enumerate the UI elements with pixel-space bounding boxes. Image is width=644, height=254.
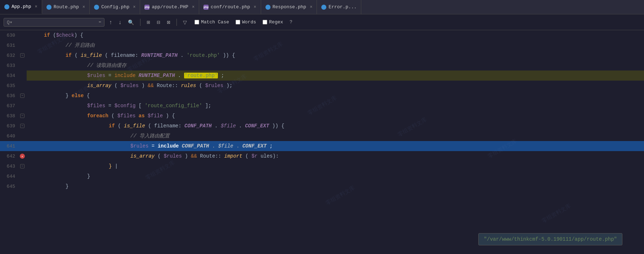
error-icon-642	[20, 154, 25, 159]
line-num-639: 639	[0, 121, 18, 131]
search-more-button[interactable]: ⊠	[165, 19, 172, 26]
words-option[interactable]: Words	[236, 19, 256, 25]
words-checkbox[interactable]	[236, 20, 240, 24]
search-filter-button[interactable]: ▽	[181, 19, 189, 26]
tab-config-php[interactable]: Config.php ×	[90, 0, 140, 14]
tab-icon-response-php	[265, 5, 270, 10]
tooltip-text: "/var/www/thinkcmf-5.0.190111/app/route.…	[484, 236, 617, 242]
code-line-630: if ($check) {	[27, 30, 644, 40]
match-case-option[interactable]: Match Case	[194, 19, 229, 25]
icon-634	[18, 71, 27, 81]
code-643: } |	[109, 161, 118, 171]
tab-label-config-php: Config.php	[101, 4, 129, 10]
search-replace-button[interactable]: ⊞	[145, 19, 152, 26]
search-prefix: Q▾	[7, 19, 13, 25]
tab-close-app-route-php[interactable]: ×	[192, 5, 194, 10]
search-up-button[interactable]: ↑	[107, 18, 114, 26]
code-641: $rules = include CONF_PATH . $file . CON…	[130, 141, 273, 151]
search-down-button[interactable]: ↓	[117, 18, 123, 26]
code-line-640: // 导入路由配置	[27, 131, 644, 141]
match-case-checkbox[interactable]	[194, 20, 199, 24]
tab-close-conf-route-php[interactable]: ×	[254, 5, 256, 10]
tab-close-config-php[interactable]: ×	[133, 5, 135, 10]
regex-option[interactable]: Regex	[263, 19, 283, 25]
code-644: }	[87, 171, 90, 181]
tab-label-error-php: Error.p...	[328, 4, 357, 10]
regex-checkbox[interactable]	[263, 20, 267, 24]
code-642: is_array ( $rules ) && Route:: import ( …	[130, 151, 279, 161]
code-640: // 导入路由配置	[130, 131, 170, 141]
code-line-638: foreach ( $files as $file ) {	[27, 111, 644, 121]
tab-icon-app-php	[4, 4, 9, 9]
search-clear-icon[interactable]: ⬅	[99, 19, 101, 25]
icon-644	[18, 171, 27, 181]
code-632: if ( is_file ( filename: RUNTIME_PATH . …	[66, 50, 235, 60]
search-input[interactable]	[15, 19, 97, 25]
tab-error-php[interactable]: Error.p...	[317, 0, 361, 14]
tab-bar: App.php × Route.php × Config.php × php a…	[0, 0, 644, 14]
tab-label-route-php: Route.php	[54, 4, 79, 10]
line-number-gutter: 630 631 632 633 634 635 636 637 638 639 …	[0, 30, 18, 254]
fold-icon-632[interactable]: −	[20, 53, 24, 58]
code-638: foreach ( $files as $file ) {	[87, 111, 175, 121]
tab-icon-config-php	[94, 5, 99, 10]
code-645: }	[66, 181, 68, 191]
code-line-645: }	[27, 181, 644, 191]
code-636: } else {	[66, 91, 90, 101]
icon-641	[18, 141, 27, 151]
code-line-644: }	[27, 171, 644, 181]
line-num-636: 636	[0, 91, 18, 101]
fold-icon-643[interactable]: −	[20, 164, 24, 168]
tab-app-route-php[interactable]: php app/route.PHP ×	[140, 0, 199, 14]
code-line-632: if ( is_file ( filename: RUNTIME_PATH . …	[27, 50, 644, 60]
code-line-639: if ( is_file ( filename: CONF_PATH . $fi…	[27, 121, 644, 131]
fold-icon-636[interactable]: −	[20, 94, 24, 98]
code-line-643: } |	[27, 161, 644, 171]
icon-636: −	[18, 91, 27, 101]
icon-635	[18, 81, 27, 91]
code-line-637: $files = $config [ 'route_config_file' ]…	[27, 101, 644, 111]
search-separator-2	[176, 19, 177, 26]
tab-label-app-route-php: app/route.PHP	[152, 4, 188, 10]
match-case-label: Match Case	[201, 19, 229, 25]
icon-642	[18, 151, 27, 161]
line-num-634: 634	[0, 71, 18, 81]
line-num-637: 637	[0, 101, 18, 111]
tab-app-php[interactable]: App.php ×	[0, 0, 42, 14]
search-replace-all-button[interactable]: ⊟	[155, 19, 162, 26]
code-633: // 读取路由缓存	[87, 60, 126, 71]
code-line-635: is_array ( $rules ) && Route:: rules ( $…	[27, 81, 644, 91]
tab-label-conf-route-php: conf/route.php	[211, 4, 250, 10]
words-label: Words	[242, 19, 256, 25]
icon-633	[18, 60, 27, 71]
tab-close-response-php[interactable]: ×	[310, 5, 312, 10]
line-num-631: 631	[0, 40, 18, 50]
search-find-button[interactable]: 🔍	[126, 19, 136, 26]
regex-help-icon[interactable]: ?	[290, 19, 292, 25]
line-num-641: 641	[0, 141, 18, 151]
search-separator-1	[140, 19, 140, 26]
line-num-635: 635	[0, 81, 18, 91]
code-line-634: $rules = include RUNTIME_PATH . 'route.p…	[27, 71, 644, 81]
search-options: Match Case Words Regex ?	[194, 19, 292, 25]
tab-label-response-php: Response.php	[273, 4, 307, 10]
tab-icon-route-php	[46, 5, 52, 10]
code-line-631: // 开启路由	[27, 40, 644, 50]
code-line-641: $rules = include CONF_PATH . $file . CON…	[27, 141, 644, 151]
icon-631	[18, 40, 27, 50]
icon-640	[18, 131, 27, 141]
icon-645	[18, 181, 27, 191]
code-line-633: // 读取路由缓存	[27, 60, 644, 71]
search-input-wrap: Q▾ ⬅	[4, 18, 104, 27]
tab-conf-route-php[interactable]: php conf/route.php ×	[199, 0, 261, 14]
tab-close-route-php[interactable]: ×	[82, 5, 85, 10]
line-num-630: 630	[0, 30, 18, 40]
code-630: if ($check) {	[44, 30, 83, 40]
code-639: if ( is_file ( filename: CONF_PATH . $fi…	[109, 121, 284, 131]
tab-response-php[interactable]: Response.php ×	[261, 0, 317, 14]
tab-route-php[interactable]: Route.php ×	[42, 0, 90, 14]
fold-icon-638[interactable]: −	[20, 114, 24, 118]
fold-icon-639[interactable]: −	[20, 124, 24, 128]
line-num-643: 643	[0, 161, 18, 171]
tab-close-app-php[interactable]: ×	[35, 4, 37, 9]
